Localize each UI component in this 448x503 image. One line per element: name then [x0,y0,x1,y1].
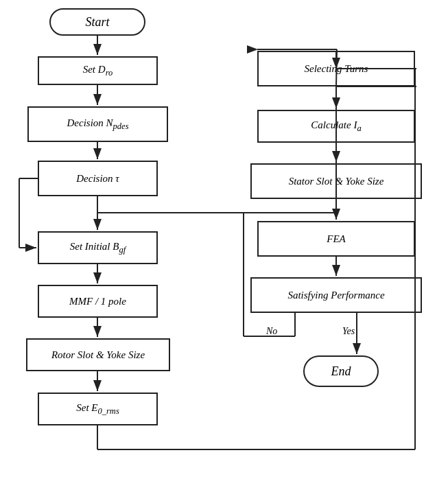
decision-npdes-node: Decision Npdes [27,106,168,142]
set-e0rms-node: Set E0_rms [38,393,158,425]
no-label: No [266,326,277,337]
satisfying-node: Satisfying Performance [250,277,422,313]
set-dro-node: Set Dro [38,56,158,85]
mmf-node: MMF / 1 pole [38,285,158,318]
set-initial-bgf-node: Set Initial Bgf [38,231,158,264]
end-node: End [303,355,379,387]
rotor-slot-node: Rotor Slot & Yoke Size [26,338,170,371]
decision-tau-node: Decision τ [38,161,158,196]
selecting-turns-node: Selecting Turns [257,51,415,86]
calculate-ia-node: Calculate Ia [257,110,415,143]
fea-node: FEA [257,221,415,257]
stator-slot-node: Stator Slot & Yoke Size [250,163,422,199]
start-node: Start [49,8,145,36]
yes-label: Yes [342,326,355,337]
flowchart: Start Set Dro Decision Npdes Decision τ … [0,0,448,503]
